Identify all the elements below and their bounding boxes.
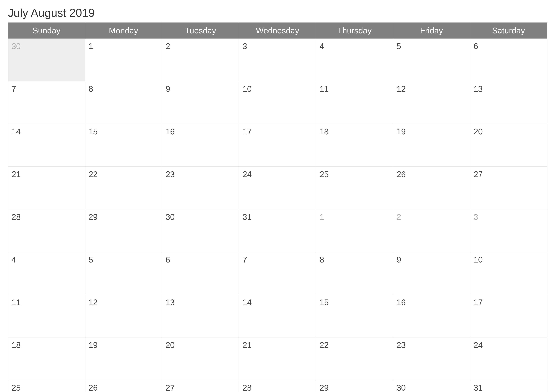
calendar-day-cell[interactable]: 24	[239, 167, 316, 209]
calendar-week-row: 28293031123	[8, 209, 547, 252]
day-header-thursday: Thursday	[316, 23, 393, 39]
calendar-day-cell[interactable]: 11	[316, 81, 393, 124]
calendar-day-cell[interactable]: 8	[85, 81, 162, 124]
calendar-day-cell[interactable]: 10	[239, 81, 316, 124]
calendar-day-cell[interactable]: 9	[393, 252, 470, 295]
day-header-wednesday: Wednesday	[239, 23, 316, 39]
calendar-day-cell[interactable]: 18	[316, 124, 393, 167]
calendar-day-cell[interactable]: 8	[316, 252, 393, 295]
calendar-day-cell[interactable]: 22	[316, 337, 393, 380]
day-header-friday: Friday	[393, 23, 470, 39]
calendar-day-cell[interactable]: 20	[162, 337, 239, 380]
calendar-day-cell[interactable]: 27	[470, 167, 547, 209]
calendar-day-cell[interactable]: 19	[85, 337, 162, 380]
calendar-day-cell[interactable]: 15	[85, 124, 162, 167]
calendar-day-cell[interactable]: 13	[162, 295, 239, 337]
calendar-day-cell[interactable]: 20	[470, 124, 547, 167]
calendar-day-cell[interactable]: 2	[162, 39, 239, 81]
calendar-day-cell[interactable]: 25	[8, 380, 85, 392]
calendar-day-cell[interactable]: 2	[393, 209, 470, 252]
day-header-sunday: Sunday	[8, 23, 85, 39]
calendar-day-cell[interactable]: 7	[239, 252, 316, 295]
calendar-week-row: 30123456	[8, 39, 547, 81]
calendar-day-cell[interactable]: 13	[470, 81, 547, 124]
day-header-tuesday: Tuesday	[162, 23, 239, 39]
calendar-day-cell[interactable]: 15	[316, 295, 393, 337]
calendar-day-cell[interactable]: 3	[470, 209, 547, 252]
calendar-day-cell[interactable]: 23	[393, 337, 470, 380]
calendar-week-row: 45678910	[8, 252, 547, 295]
calendar-day-cell[interactable]: 18	[8, 337, 85, 380]
calendar-week-row: 14151617181920	[8, 124, 547, 167]
calendar-day-cell[interactable]: 12	[85, 295, 162, 337]
day-header-saturday: Saturday	[470, 23, 547, 39]
calendar-day-cell[interactable]: 31	[470, 380, 547, 392]
calendar-day-cell[interactable]: 29	[85, 209, 162, 252]
calendar-day-cell[interactable]: 16	[162, 124, 239, 167]
calendar-day-cell[interactable]: 21	[8, 167, 85, 209]
calendar-day-cell[interactable]: 26	[393, 167, 470, 209]
calendar-day-cell[interactable]: 25	[316, 167, 393, 209]
calendar-day-cell[interactable]: 23	[162, 167, 239, 209]
calendar-week-row: 78910111213	[8, 81, 547, 124]
calendar-week-row: 25262728293031	[8, 380, 547, 392]
calendar-day-cell[interactable]: 30	[8, 39, 85, 81]
calendar-table: SundayMondayTuesdayWednesdayThursdayFrid…	[8, 22, 547, 392]
calendar-day-cell[interactable]: 22	[85, 167, 162, 209]
calendar-day-cell[interactable]: 14	[239, 295, 316, 337]
calendar-day-cell[interactable]: 24	[470, 337, 547, 380]
calendar-day-cell[interactable]: 26	[85, 380, 162, 392]
calendar-day-cell[interactable]: 6	[162, 252, 239, 295]
calendar-day-cell[interactable]: 4	[316, 39, 393, 81]
calendar-day-cell[interactable]: 30	[162, 209, 239, 252]
calendar-day-cell[interactable]: 11	[8, 295, 85, 337]
calendar-day-cell[interactable]: 29	[316, 380, 393, 392]
calendar-day-cell[interactable]: 9	[162, 81, 239, 124]
calendar-day-cell[interactable]: 4	[8, 252, 85, 295]
calendar-day-cell[interactable]: 3	[239, 39, 316, 81]
calendar-day-cell[interactable]: 14	[8, 124, 85, 167]
calendar-day-cell[interactable]: 5	[393, 39, 470, 81]
calendar-week-row: 11121314151617	[8, 295, 547, 337]
calendar-day-cell[interactable]: 5	[85, 252, 162, 295]
calendar-day-cell[interactable]: 21	[239, 337, 316, 380]
calendar-day-cell[interactable]: 10	[470, 252, 547, 295]
calendar-day-cell[interactable]: 28	[8, 209, 85, 252]
calendar-day-cell[interactable]: 31	[239, 209, 316, 252]
day-header-monday: Monday	[85, 23, 162, 39]
calendar-day-cell[interactable]: 17	[470, 295, 547, 337]
calendar-week-row: 21222324252627	[8, 167, 547, 209]
calendar-day-cell[interactable]: 12	[393, 81, 470, 124]
calendar-day-cell[interactable]: 28	[239, 380, 316, 392]
calendar-day-cell[interactable]: 17	[239, 124, 316, 167]
calendar-day-cell[interactable]: 6	[470, 39, 547, 81]
calendar-day-cell[interactable]: 30	[393, 380, 470, 392]
calendar-day-cell[interactable]: 16	[393, 295, 470, 337]
calendar-day-cell[interactable]: 19	[393, 124, 470, 167]
calendar-day-cell[interactable]: 1	[85, 39, 162, 81]
calendar-day-cell[interactable]: 27	[162, 380, 239, 392]
page-title: July August 2019	[8, 6, 547, 19]
calendar-day-cell[interactable]: 1	[316, 209, 393, 252]
calendar-day-cell[interactable]: 7	[8, 81, 85, 124]
calendar-week-row: 18192021222324	[8, 337, 547, 380]
